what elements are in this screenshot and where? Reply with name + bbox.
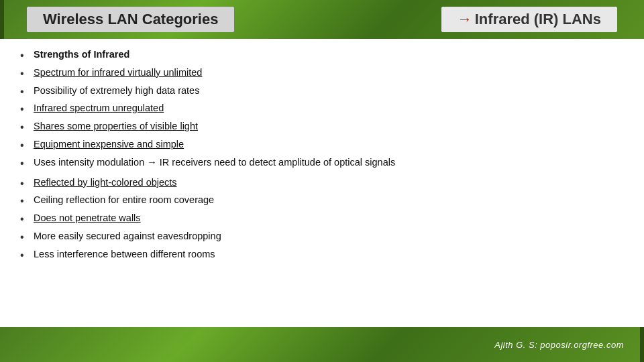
list-item: •Ceiling reflection for entire room cove… <box>20 192 624 210</box>
bullet-icon: • <box>20 229 34 246</box>
list-item: •Reflected by light-colored objects <box>20 175 624 192</box>
bullet-list-group2: •Reflected by light-colored objects•Ceil… <box>20 175 624 264</box>
list-item-text: Possibility of extremely high data rates <box>34 83 624 98</box>
list-item: •Less interference between different roo… <box>20 247 624 264</box>
list-item: •More easily secured against eavesdroppi… <box>20 229 624 246</box>
bullet-icon: • <box>20 155 34 172</box>
list-item-text: Uses intensity modulation → IR receivers… <box>34 155 624 170</box>
bullet-icon: • <box>20 101 34 118</box>
list-item-text: Equipment inexpensive and simple <box>34 137 624 152</box>
header-bar: Wireless LAN Categories → Infrared (IR) … <box>0 0 644 39</box>
bullet-icon: • <box>20 247 34 264</box>
header-right-section: → Infrared (IR) LANs <box>441 7 617 32</box>
list-item-text: More easily secured against eavesdroppin… <box>34 229 624 243</box>
list-item: •Does not penetrate walls <box>20 210 624 228</box>
bullet-icon: • <box>20 65 34 82</box>
main-content: •Strengths of Infrared•Spectrum for infr… <box>0 39 644 327</box>
bullet-icon: • <box>20 137 34 154</box>
list-item: •Uses intensity modulation → IR receiver… <box>20 155 624 172</box>
footer-text: Ajith G. S: poposir.orgfree.com <box>494 340 624 350</box>
list-item: •Infrared spectrum unregulated <box>20 101 624 118</box>
list-item: •Equipment inexpensive and simple <box>20 137 624 154</box>
footer-bar: Ajith G. S: poposir.orgfree.com <box>0 327 644 362</box>
list-item-text: Reflected by light-colored objects <box>34 175 624 190</box>
list-item-text: Shares some properties of visible light <box>34 119 624 133</box>
right-stripe <box>640 327 644 362</box>
list-item: •Strengths of Infrared <box>20 47 624 64</box>
list-item-text: Infrared spectrum unregulated <box>34 101 624 115</box>
bullet-icon: • <box>20 175 34 192</box>
bullet-icon: • <box>20 192 34 210</box>
list-item-text: Ceiling reflection for entire room cover… <box>34 192 624 207</box>
list-item: •Possibility of extremely high data rate… <box>20 83 624 101</box>
header-right-title: Infrared (IR) LANs <box>475 11 601 28</box>
list-item-text: Does not penetrate walls <box>34 210 624 225</box>
bullet-list-group1: •Strengths of Infrared•Spectrum for infr… <box>20 47 624 172</box>
list-item: •Shares some properties of visible light <box>20 119 624 136</box>
bullet-icon: • <box>20 83 34 101</box>
list-item-text: Less interference between different room… <box>34 247 624 261</box>
arrow-icon: → <box>458 11 472 28</box>
bullet-icon: • <box>20 210 34 228</box>
list-item-text: Spectrum for infrared virtually unlimite… <box>34 65 624 80</box>
list-item: •Spectrum for infrared virtually unlimit… <box>20 65 624 82</box>
left-stripe <box>0 0 4 39</box>
list-item-text: Strengths of Infrared <box>34 47 624 62</box>
header-left-title: Wireless LAN Categories <box>27 7 234 32</box>
bullet-icon: • <box>20 47 34 64</box>
bullet-icon: • <box>20 119 34 136</box>
